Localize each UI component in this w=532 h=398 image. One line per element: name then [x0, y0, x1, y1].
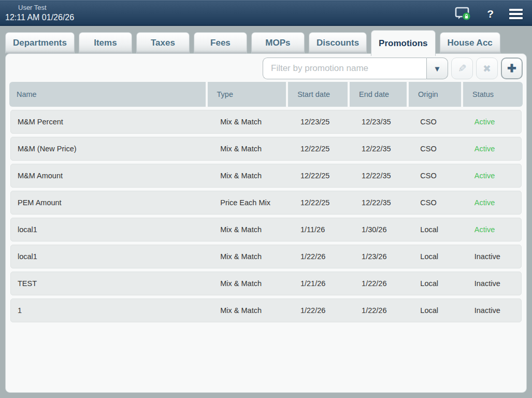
chevron-down-icon: ▼ [434, 64, 441, 73]
cell-end_date: 12/22/35 [347, 172, 406, 180]
filter-dropdown-button[interactable]: ▼ [426, 58, 448, 79]
column-header-end_date: End date [348, 82, 407, 107]
table-header: NameTypeStart dateEnd dateOriginStatus [9, 82, 523, 107]
cell-start_date: 12/23/25 [286, 118, 347, 126]
table-row[interactable]: local1Mix & Match1/11/261/30/26LocalActi… [10, 218, 522, 241]
cell-name: M&M Percent [11, 118, 206, 126]
tab-taxes[interactable]: Taxes [136, 32, 190, 53]
tab-discounts[interactable]: Discounts [309, 32, 367, 53]
tab-promotions[interactable]: Promotions [371, 30, 435, 56]
cell-end_date: 12/22/35 [347, 145, 406, 153]
cell-type: Mix & Match [206, 145, 286, 153]
datetime: 12:11 AM 01/26/26 [0, 12, 74, 23]
add-button[interactable]: ✚ [501, 58, 523, 79]
cell-end_date: 12/23/35 [347, 118, 406, 126]
cell-start_date: 1/21/26 [286, 279, 347, 288]
toolbar: ▼ ✎ ✖ ✚ [6, 54, 526, 79]
cell-type: Price Each Mix [206, 198, 286, 207]
cell-start_date: 12/22/25 [286, 145, 347, 153]
promotions-list: M&M PercentMix & Match12/23/2512/23/35CS… [6, 110, 526, 322]
cell-name: PEM Amount [11, 198, 206, 207]
cell-name: M&M Amount [11, 172, 206, 180]
column-header-start_date: Start date [286, 82, 348, 107]
tab-items[interactable]: Items [79, 32, 132, 53]
table-row[interactable]: TESTMix & Match1/21/261/22/26LocalInacti… [10, 272, 522, 295]
filter-combo: ▼ [263, 58, 448, 79]
cell-name: 1 [11, 306, 206, 315]
table-row[interactable]: PEM AmountPrice Each Mix12/22/2512/22/35… [10, 191, 522, 215]
filter-input[interactable] [263, 58, 426, 79]
tab-strip: DepartmentsItemsTaxesFeesMOPsDiscountsPr… [5, 30, 527, 53]
cell-name: local1 [11, 252, 206, 261]
column-header-origin: Origin [407, 82, 461, 107]
table-row[interactable]: M&M PercentMix & Match12/23/2512/23/35CS… [10, 110, 522, 134]
remote-display-lock-icon[interactable] [453, 6, 471, 22]
cell-end_date: 1/30/26 [347, 225, 406, 234]
hamburger-menu-icon[interactable] [509, 9, 523, 19]
cell-start_date: 1/22/26 [286, 252, 347, 261]
cell-start_date: 12/22/25 [286, 198, 347, 207]
cell-end_date: 1/22/26 [347, 306, 406, 315]
x-icon: ✖ [483, 63, 491, 75]
cell-origin: Local [406, 279, 459, 288]
cell-status: Active [460, 198, 521, 207]
cell-end_date: 12/22/35 [347, 198, 406, 207]
cell-start_date: 1/11/26 [286, 225, 347, 234]
session-info: User Test 12:11 AM 01/26/26 [0, 1, 74, 25]
cell-start_date: 1/22/26 [286, 306, 347, 315]
cell-origin: CSO [406, 198, 459, 207]
cell-end_date: 1/23/26 [347, 252, 406, 261]
column-header-name: Name [9, 82, 206, 107]
edit-button[interactable]: ✎ [451, 58, 473, 79]
cell-name: M&M (New Price) [11, 145, 206, 153]
cell-status: Active [460, 145, 521, 153]
pencil-icon: ✎ [458, 62, 467, 75]
cell-type: Mix & Match [206, 306, 286, 315]
cell-status: Active [460, 172, 521, 180]
cell-origin: CSO [406, 145, 459, 153]
help-glyph: ? [487, 8, 494, 20]
cell-end_date: 1/22/26 [347, 279, 406, 288]
cell-name: local1 [11, 225, 206, 234]
tab-mops[interactable]: MOPs [251, 32, 305, 53]
table-row[interactable]: 1Mix & Match1/22/261/22/26LocalInactive [10, 298, 522, 322]
tab-fees[interactable]: Fees [194, 32, 247, 53]
cell-type: Mix & Match [206, 172, 286, 180]
delete-button[interactable]: ✖ [476, 58, 498, 79]
cell-origin: Local [406, 225, 459, 234]
help-icon[interactable]: ? [487, 8, 494, 20]
hamburger-bars [509, 9, 523, 19]
cell-origin: Local [406, 306, 459, 315]
promotions-panel: ▼ ✎ ✖ ✚ NameTypeStart dateEnd dateOrigin… [5, 53, 527, 393]
cell-origin: CSO [406, 118, 459, 126]
title-bar: User Test 12:11 AM 01/26/26 ? [0, 0, 532, 26]
table-row[interactable]: M&M AmountMix & Match12/22/2512/22/35CSO… [10, 164, 522, 188]
cell-status: Active [460, 118, 521, 126]
table-row[interactable]: M&M (New Price)Mix & Match12/22/2512/22/… [10, 137, 522, 161]
column-header-status: Status [461, 82, 523, 107]
cell-type: Mix & Match [206, 279, 286, 288]
cell-status: Inactive [460, 279, 521, 288]
cell-type: Mix & Match [206, 252, 286, 261]
cell-status: Active [460, 225, 521, 234]
cell-origin: CSO [406, 172, 459, 180]
user-name: User Test [0, 3, 74, 12]
cell-type: Mix & Match [206, 118, 286, 126]
cell-name: TEST [11, 279, 206, 288]
cell-origin: Local [406, 252, 459, 261]
cell-start_date: 12/22/25 [286, 172, 347, 180]
plus-icon: ✚ [507, 62, 516, 75]
cell-status: Inactive [460, 306, 521, 315]
column-header-type: Type [206, 82, 286, 107]
tab-house-acc[interactable]: House Acc [440, 32, 500, 53]
cell-status: Inactive [460, 252, 521, 261]
table-row[interactable]: local1Mix & Match1/22/261/23/26LocalInac… [10, 245, 522, 268]
cell-type: Mix & Match [206, 225, 286, 234]
tab-departments[interactable]: Departments [5, 32, 75, 53]
